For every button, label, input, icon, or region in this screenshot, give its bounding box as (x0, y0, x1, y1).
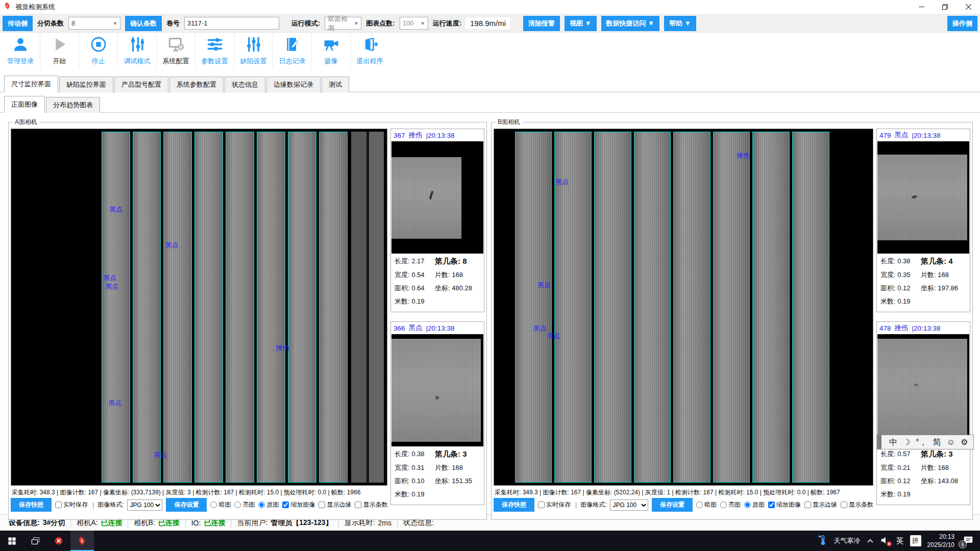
save-settings-button[interactable]: 保存设置 (652, 498, 693, 512)
image-format-select[interactable]: JPG 100 (127, 499, 162, 511)
tab-status-info[interactable]: 状态信息 (225, 77, 265, 92)
defect-annotation: 黑点 (105, 282, 118, 291)
task-view-button[interactable] (23, 531, 47, 551)
defect-card-header: 367 挫伤 |20:13:38 (391, 129, 484, 141)
ime-punctuation-icon[interactable]: °， (916, 438, 927, 446)
transmission-side-button[interactable]: 传动侧 (3, 16, 33, 31)
language-indicator[interactable]: 英 (896, 536, 904, 546)
window-title: 视觉检测系统 (15, 3, 55, 12)
camera-a-defect-sidebar: 367 挫伤 |20:13:38 长度: 2.17 第几条: 8 宽度: 0.5… (390, 129, 484, 518)
camera-b-panel: B面相机 挫伤黑点黑点黑点黑点 采集耗时: 349.3 | 图像计数: 167 … (491, 122, 973, 520)
save-settings-button[interactable]: 保存设置 (166, 498, 207, 512)
confirm-count-button[interactable]: 确认条数 (125, 16, 162, 31)
defect-card[interactable]: 479 黑点 |20:13:38 长度: 0.38 第几条: 4 宽度: 0.3… (876, 129, 970, 312)
ime-indicator[interactable]: 拼 (910, 535, 921, 546)
system-config-button[interactable]: 系统配置 (156, 33, 195, 68)
dark-image-radio[interactable]: 暗图 (696, 500, 717, 509)
slit-count-select[interactable]: 8▼ (68, 17, 120, 30)
data-quick-access-button[interactable]: 数据快捷访问 ▼ (601, 16, 659, 31)
defect-annotation: 黑点 (533, 324, 547, 333)
defect-card[interactable]: 366 黑点 |20:13:38 长度: 0.38 第几条: 3 宽度: 0.3… (390, 321, 484, 505)
start-button[interactable] (0, 531, 23, 551)
user-icon (12, 36, 29, 55)
tab-edge-data-record[interactable]: 边缘数据记录 (266, 77, 321, 92)
maximize-button[interactable] (933, 0, 957, 14)
exit-door-icon (361, 36, 379, 55)
tab-distribution-trend-chart[interactable]: 分布趋势图表 (46, 97, 100, 113)
start-button[interactable]: 开始 (40, 33, 79, 68)
chevron-down-icon: ▼ (110, 21, 117, 26)
debug-mode-button[interactable]: 调试模式 (117, 33, 156, 68)
ime-simplified-toggle[interactable]: 简 (933, 438, 941, 446)
sliders-horizontal-icon (206, 36, 224, 55)
save-snapshot-button[interactable]: 保存快照 (494, 498, 534, 512)
sub-tab-strip: 正面图像 分布趋势图表 (0, 92, 980, 113)
view-menu-button[interactable]: 视图 ▼ (565, 16, 596, 31)
run-mode-label: 运行模式: (291, 19, 320, 28)
show-strips-checkbox[interactable]: 显示条数 (355, 500, 387, 509)
image-format-select[interactable]: JPG 100 (610, 499, 648, 511)
minimize-button[interactable] (910, 0, 933, 14)
chart-points-label: 图表点数: (366, 19, 395, 28)
roll-no-input[interactable] (184, 17, 279, 30)
tab-system-param-config[interactable]: 系统参数配置 (169, 77, 224, 92)
hidden-icons-chevron[interactable] (867, 537, 874, 545)
defect-time: |20:13:38 (426, 324, 455, 332)
admin-login-button[interactable]: 管理登录 (1, 33, 40, 68)
log-record-button[interactable]: 日志记录 (273, 33, 311, 68)
notification-center-button[interactable]: 6 (961, 534, 976, 547)
operate-side-button[interactable]: 操作侧 (947, 16, 977, 31)
ime-emoji-icon[interactable]: ☺ (947, 438, 955, 446)
show-edge-checkbox[interactable]: 显示边缘 (804, 500, 837, 509)
defect-settings-button[interactable]: 缺陷设置 (234, 33, 273, 68)
chart-points-select[interactable]: 100▼ (400, 17, 428, 30)
ime-settings-gear-icon[interactable]: ⚙ (961, 438, 968, 446)
bright-image-radio[interactable]: 亮图 (720, 500, 741, 509)
titlebar: 视觉检测系统 (0, 0, 980, 14)
defect-card[interactable]: 367 挫伤 |20:13:38 长度: 2.17 第几条: 8 宽度: 0.5… (390, 129, 484, 312)
tab-product-model-config[interactable]: 产品型号配置 (114, 77, 168, 92)
taskbar-app-icon-vision-system[interactable] (70, 531, 94, 551)
ime-half-full-width-icon[interactable]: ☽ (903, 438, 910, 446)
weather-text[interactable]: 天气寒冷 (834, 536, 861, 545)
defect-thumbnail (877, 141, 969, 254)
close-button[interactable] (957, 0, 980, 14)
camera-capture-button[interactable]: 摄像 (311, 33, 350, 68)
stop-button[interactable]: 停止 (79, 33, 117, 68)
defect-card[interactable]: 478 挫伤 |20:13:38 长度: 0.57 第几条: 3 宽度: 0.2… (876, 321, 970, 505)
show-strips-checkbox[interactable]: 显示条数 (841, 500, 873, 509)
dark-image-radio[interactable]: 暗图 (210, 500, 231, 509)
help-menu-button[interactable]: 帮助 ▼ (664, 16, 696, 31)
zoom-image-checkbox[interactable]: 缩放图像 (282, 500, 315, 509)
ime-drag-handle[interactable] (877, 435, 881, 449)
tab-test[interactable]: 测试 (322, 77, 349, 92)
realtime-save-checkbox[interactable]: 实时保存 (55, 500, 88, 509)
show-edge-checkbox[interactable]: 显示边缘 (318, 500, 351, 509)
clock[interactable]: 20:13 2025/2/10 (927, 533, 954, 549)
defect-annotation: 黑点 (104, 273, 117, 283)
camera-a-controls: 保存快照 实时保存 | 图像格式: JPG 100 保存设置 暗图 亮图 原图 … (11, 497, 387, 512)
tab-front-image[interactable]: 正面图像 (4, 96, 45, 113)
realtime-save-checkbox[interactable]: 实时保存 (538, 500, 571, 509)
icon-toolbar: 管理登录 开始 停止 调试模式 系统配置 参数设置 缺陷设置 日志记录 (0, 33, 980, 68)
save-snapshot-button[interactable]: 保存快照 (11, 498, 52, 512)
camera-b-image[interactable]: 挫伤黑点黑点黑点黑点 (494, 129, 873, 486)
defect-time: |20:13:38 (912, 132, 941, 139)
defect-thumbnail (877, 334, 969, 446)
bright-image-radio[interactable]: 亮图 (234, 500, 255, 509)
defect-info: 长度: 2.17 第几条: 8 宽度: 0.54 片数: 168 面积: 0.6… (391, 254, 484, 312)
taskbar-app-icon-1[interactable] (47, 531, 70, 551)
tab-size-monitor[interactable]: 尺寸监控界面 (4, 76, 58, 92)
zoom-image-checkbox[interactable]: 缩放图像 (768, 500, 801, 509)
run-mode-select[interactable]: 双面检测▼ (325, 17, 361, 30)
original-image-radio[interactable]: 原图 (258, 500, 279, 509)
thermometer-icon[interactable] (818, 535, 828, 547)
parameter-settings-button[interactable]: 参数设置 (195, 33, 234, 68)
camera-a-image[interactable]: 黑点黑点黑点黑点挫伤黑点黑点 (11, 129, 387, 486)
original-image-radio[interactable]: 原图 (744, 500, 765, 509)
exit-program-button[interactable]: 退出程序 (350, 33, 389, 68)
volume-muted-icon[interactable] (880, 536, 890, 546)
ime-mode-chinese[interactable]: 中 (889, 438, 897, 446)
tab-defect-monitor[interactable]: 缺陷监控界面 (59, 77, 113, 92)
clear-alarm-button[interactable]: 清除报警 (523, 16, 560, 31)
